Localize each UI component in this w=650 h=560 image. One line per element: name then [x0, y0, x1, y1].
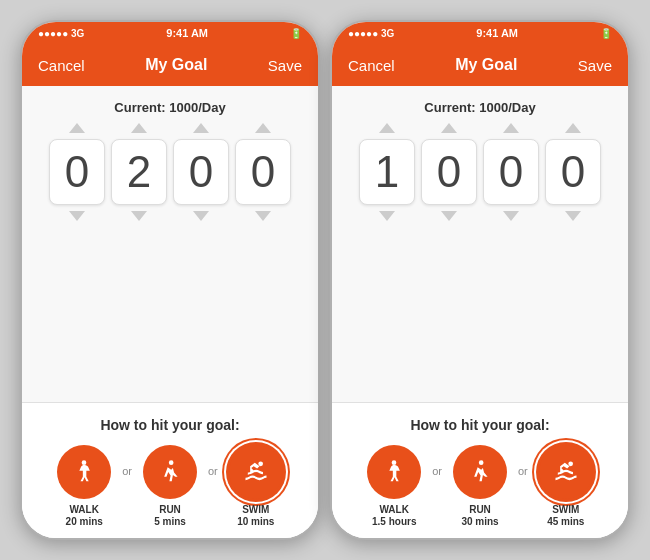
swim-icon-1 [242, 458, 270, 486]
phone-2: ●●●●● 3G 9:41 AM 🔋 Cancel My Goal Save C… [330, 20, 630, 540]
digit-2-up-2[interactable] [503, 123, 519, 133]
current-label-2: Current: 1000/Day [424, 100, 535, 115]
swim-label-1: SWIM 10 mins [237, 504, 274, 528]
digit-2-up-1[interactable] [193, 123, 209, 133]
arrow-col-dn-2 [173, 211, 229, 221]
walk-circle-1 [57, 445, 111, 499]
bottom-arrows-1 [49, 211, 291, 221]
digit-1-2[interactable]: 0 [421, 139, 477, 205]
phone-body-2: Current: 1000/Day 1 0 0 0 [332, 86, 628, 538]
digit-2-2[interactable]: 0 [483, 139, 539, 205]
arrow-col-dn-3b [545, 211, 601, 221]
arrow-col-up-3 [235, 123, 291, 133]
swim-icon-2 [552, 458, 580, 486]
how-title-2: How to hit your goal: [410, 417, 549, 433]
activity-walk-2[interactable]: WALK 1.5 hours [360, 445, 428, 528]
activity-walk-1[interactable]: WALK 20 mins [50, 445, 118, 528]
or-1b: or [208, 445, 218, 477]
battery-2: 🔋 [600, 28, 612, 39]
activity-run-2[interactable]: RUN 30 mins [446, 445, 514, 528]
or-2b: or [518, 445, 528, 477]
arrow-col-up-3b [545, 123, 601, 133]
walk-icon-1 [70, 458, 98, 486]
phone-body-1: Current: 1000/Day 0 2 0 0 [22, 86, 318, 538]
walk-icon-2 [380, 458, 408, 486]
how-title-1: How to hit your goal: [100, 417, 239, 433]
digit-2-dn-1[interactable] [193, 211, 209, 221]
nav-bar-2: Cancel My Goal Save [332, 44, 628, 86]
phones-container: ●●●●● 3G 9:41 AM 🔋 Cancel My Goal Save C… [10, 10, 640, 550]
activity-run-1[interactable]: RUN 5 mins [136, 445, 204, 528]
arrow-col-up-1b [421, 123, 477, 133]
digit-boxes-1: 0 2 0 0 [49, 139, 291, 205]
swim-label-2: SWIM 45 mins [547, 504, 584, 528]
page-title-2: My Goal [455, 56, 517, 74]
cancel-button-1[interactable]: Cancel [38, 57, 85, 74]
time-2: 9:41 AM [476, 27, 518, 39]
save-button-2[interactable]: Save [578, 57, 612, 74]
digit-3-dn-2[interactable] [565, 211, 581, 221]
arrow-col-dn-1 [111, 211, 167, 221]
digit-0-dn-1[interactable] [69, 211, 85, 221]
arrow-col-dn-2b [483, 211, 539, 221]
page-title-1: My Goal [145, 56, 207, 74]
phone-1: ●●●●● 3G 9:41 AM 🔋 Cancel My Goal Save C… [20, 20, 320, 540]
battery-1: 🔋 [290, 28, 302, 39]
digit-1-dn-2[interactable] [441, 211, 457, 221]
goal-section-2: Current: 1000/Day 1 0 0 0 [332, 86, 628, 402]
digit-3-dn-1[interactable] [255, 211, 271, 221]
cancel-button-2[interactable]: Cancel [348, 57, 395, 74]
walk-circle-2 [367, 445, 421, 499]
digit-0-dn-2[interactable] [379, 211, 395, 221]
digit-0-up-2[interactable] [379, 123, 395, 133]
swim-circle-2 [539, 445, 593, 499]
signal-2: ●●●●● 3G [348, 28, 394, 39]
digit-3-up-2[interactable] [565, 123, 581, 133]
top-arrows-1 [49, 123, 291, 133]
activity-swim-1[interactable]: SWIM 10 mins [222, 445, 290, 528]
save-button-1[interactable]: Save [268, 57, 302, 74]
digit-0-up-1[interactable] [69, 123, 85, 133]
digit-3-1[interactable]: 0 [235, 139, 291, 205]
swim-circle-1 [229, 445, 283, 499]
svg-point-1 [169, 460, 174, 465]
current-label-1: Current: 1000/Day [114, 100, 225, 115]
arrow-col-dn-0b [359, 211, 415, 221]
arrow-col-dn-0 [49, 211, 105, 221]
nav-bar-1: Cancel My Goal Save [22, 44, 318, 86]
time-1: 9:41 AM [166, 27, 208, 39]
digit-2-1[interactable]: 0 [173, 139, 229, 205]
walk-label-2: WALK 1.5 hours [372, 504, 416, 528]
walk-label-1: WALK 20 mins [66, 504, 103, 528]
digit-0-1[interactable]: 0 [49, 139, 105, 205]
digit-3-2[interactable]: 0 [545, 139, 601, 205]
top-arrows-2 [359, 123, 601, 133]
status-bar-1: ●●●●● 3G 9:41 AM 🔋 [22, 22, 318, 44]
digit-1-up-2[interactable] [441, 123, 457, 133]
svg-point-0 [82, 460, 87, 465]
arrow-col-dn-3 [235, 211, 291, 221]
digit-3-up-1[interactable] [255, 123, 271, 133]
digit-2-dn-2[interactable] [503, 211, 519, 221]
run-label-2: RUN 30 mins [461, 504, 498, 528]
digit-1-1[interactable]: 2 [111, 139, 167, 205]
svg-point-5 [568, 462, 573, 467]
arrow-col-up-0b [359, 123, 415, 133]
or-1a: or [122, 445, 132, 477]
arrow-col-up-2b [483, 123, 539, 133]
run-circle-2 [453, 445, 507, 499]
or-2a: or [432, 445, 442, 477]
arrow-col-up-0 [49, 123, 105, 133]
activity-row-2: WALK 1.5 hours or [360, 445, 600, 528]
digit-0-2[interactable]: 1 [359, 139, 415, 205]
activity-row-1: WALK 20 mins or [50, 445, 290, 528]
status-bar-2: ●●●●● 3G 9:41 AM 🔋 [332, 22, 628, 44]
run-circle-1 [143, 445, 197, 499]
goal-section-1: Current: 1000/Day 0 2 0 0 [22, 86, 318, 402]
arrow-col-up-2 [173, 123, 229, 133]
digit-1-up-1[interactable] [131, 123, 147, 133]
how-section-2: How to hit your goal: WALK 1.5 hours [332, 402, 628, 538]
activity-swim-2[interactable]: SWIM 45 mins [532, 445, 600, 528]
run-label-1: RUN 5 mins [154, 504, 186, 528]
digit-1-dn-1[interactable] [131, 211, 147, 221]
